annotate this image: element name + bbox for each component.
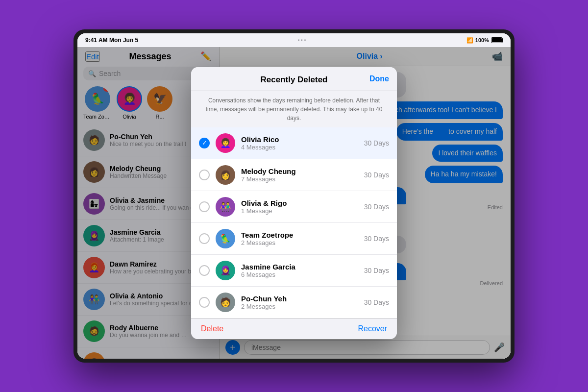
checkbox-oliviarigo[interactable] — [199, 201, 210, 212]
battery-icon — [491, 37, 503, 43]
modal-days-jasminegarcia: 30 Days — [364, 267, 389, 274]
status-right: 📶 100% — [466, 37, 503, 44]
main-content: Edit Messages ✏️ 🔍 Search 🦜 6 Team Z — [77, 47, 511, 359]
battery-fill — [492, 38, 502, 42]
wifi-icon: 📶 — [466, 37, 473, 44]
modal-sub-oliviarico: 4 Messages — [241, 144, 358, 151]
checkbox-teamzoetrope[interactable] — [199, 233, 210, 244]
battery-display: 100% — [475, 37, 489, 43]
modal-overlay: Recently Deleted Done Conversations show… — [77, 47, 511, 359]
modal-days-oliviarico: 30 Days — [364, 139, 389, 147]
modal-item-jasminegarcia[interactable]: 🧕 Jasmine Garcia 6 Messages 30 Days — [191, 255, 397, 287]
modal-days-teamzoetrope: 30 Days — [364, 235, 389, 243]
modal-days-oliviarigo: 30 Days — [364, 203, 389, 211]
modal-sub-teamzoetrope: 2 Messages — [241, 239, 358, 246]
checkbox-pochunyeh[interactable] — [199, 297, 210, 308]
modal-footer: Delete Recover — [191, 318, 397, 339]
modal-name-jasminegarcia: Jasmine Garcia — [241, 263, 358, 271]
recently-deleted-modal: Recently Deleted Done Conversations show… — [191, 67, 397, 339]
modal-item-pochunyeh[interactable]: 🧑 Po-Chun Yeh 2 Messages 30 Days — [191, 287, 397, 318]
modal-name-oliviarigo: Olivia & Rigo — [241, 199, 358, 207]
modal-days-melodycheung: 30 Days — [364, 171, 389, 179]
modal-info-jasminegarcia: Jasmine Garcia 6 Messages — [241, 263, 358, 278]
modal-item-oliviarigo[interactable]: 👫 Olivia & Rigo 1 Message 30 Days — [191, 191, 397, 223]
modal-avatar-pochunyeh: 🧑 — [216, 293, 235, 312]
ipad-frame: 9:41 AM Mon Jun 5 ··· 📶 100% Edit Messag… — [74, 29, 514, 363]
modal-name-pochunyeh: Po-Chun Yeh — [241, 294, 358, 303]
modal-name-teamzoetrope: Team Zoetrope — [241, 231, 358, 239]
checkbox-oliviarico[interactable]: ✓ — [199, 138, 210, 148]
ipad-screen: 9:41 AM Mon Jun 5 ··· 📶 100% Edit Messag… — [77, 33, 511, 359]
checkbox-jasminegarcia[interactable] — [199, 265, 210, 276]
modal-info-teamzoetrope: Team Zoetrope 2 Messages — [241, 231, 358, 246]
modal-info-pochunyeh: Po-Chun Yeh 2 Messages — [241, 294, 358, 310]
done-button[interactable]: Done — [369, 74, 389, 83]
modal-info-oliviarigo: Olivia & Rigo 1 Message — [241, 199, 358, 215]
modal-subtitle: Conversations show the days remaining be… — [191, 91, 397, 127]
modal-item-teamzoetrope[interactable]: 🦜 Team Zoetrope 2 Messages 30 Days — [191, 223, 397, 255]
modal-avatar-oliviarigo: 👫 — [216, 197, 235, 217]
modal-sub-jasminegarcia: 6 Messages — [241, 271, 358, 278]
modal-header: Recently Deleted Done — [191, 67, 397, 91]
time-display: 9:41 AM Mon Jun 5 — [85, 37, 138, 44]
modal-days-pochunyeh: 30 Days — [364, 298, 389, 306]
modal-avatar-jasminegarcia: 🧕 — [216, 261, 235, 280]
status-time: 9:41 AM Mon Jun 5 — [85, 37, 138, 44]
modal-name-melodycheung: Melody Cheung — [241, 167, 358, 175]
modal-list: ✓ 👩‍🦱 Olivia Rico 4 Messages 30 Days 👩 — [191, 127, 397, 318]
status-bar: 9:41 AM Mon Jun 5 ··· 📶 100% — [77, 33, 511, 47]
modal-info-melodycheung: Melody Cheung 7 Messages — [241, 167, 358, 183]
modal-sub-melodycheung: 7 Messages — [241, 175, 358, 183]
modal-info-oliviarico: Olivia Rico 4 Messages — [241, 135, 358, 151]
modal-item-oliviarico[interactable]: ✓ 👩‍🦱 Olivia Rico 4 Messages 30 Days — [191, 127, 397, 159]
modal-avatar-melodycheung: 👩 — [216, 165, 235, 185]
modal-avatar-oliviarico: 👩‍🦱 — [216, 133, 235, 153]
checkbox-melodycheung[interactable] — [199, 170, 210, 180]
modal-title: Recently Deleted — [261, 75, 328, 84]
recover-button[interactable]: Recover — [358, 324, 387, 333]
status-center-dots: ··· — [297, 36, 307, 45]
modal-avatar-teamzoetrope: 🦜 — [216, 229, 235, 248]
delete-button[interactable]: Delete — [201, 324, 223, 333]
modal-item-melodycheung[interactable]: 👩 Melody Cheung 7 Messages 30 Days — [191, 159, 397, 191]
modal-name-oliviarico: Olivia Rico — [241, 135, 358, 144]
modal-sub-oliviarigo: 1 Message — [241, 207, 358, 215]
modal-sub-pochunyeh: 2 Messages — [241, 303, 358, 310]
